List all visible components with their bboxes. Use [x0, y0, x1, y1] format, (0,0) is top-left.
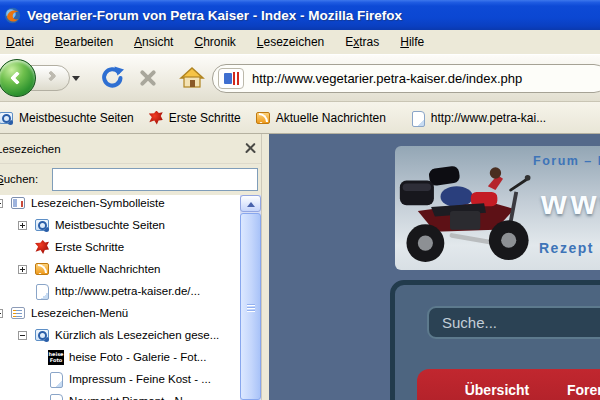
site-favicon	[218, 68, 244, 89]
tree-item-label: heise Foto - Galerie - Fot...	[69, 351, 206, 363]
window-title: Vegetarier-Forum von Petra Kaiser - Inde…	[27, 8, 402, 23]
bookmark-erste-schritte[interactable]: Erste Schritte	[141, 108, 248, 128]
nav-overview-link[interactable]: Übersicht	[442, 382, 552, 398]
tree-item-label: http://www.petra-kaiser.de/...	[55, 285, 200, 297]
banner-line2: www	[541, 184, 600, 222]
home-button[interactable]	[179, 65, 205, 91]
banner-line1: Forum – F	[533, 154, 600, 168]
forum-search-field[interactable]: Suche...	[427, 306, 600, 339]
bookmark-http-www-petra-kai[interactable]: http://www.petra-kai...	[403, 108, 553, 128]
sidebar-search-row: Suchen:	[0, 164, 269, 195]
page-icon	[48, 393, 64, 400]
scroll-up-button[interactable]	[240, 195, 261, 212]
forum-nav-bar: Übersicht Foren	[417, 369, 600, 400]
tree-item-label: Aktuelle Nachrichten	[55, 263, 160, 275]
sidebar-splitter[interactable]	[261, 134, 269, 400]
bookmark-label: http://www.petra-kai...	[431, 111, 546, 125]
motorcycle-image	[397, 152, 539, 266]
expander-minus-icon[interactable]	[18, 331, 27, 340]
sidebar-close-icon[interactable]	[244, 142, 257, 155]
tree-item-aktuelle-nachrichten[interactable]: Aktuelle Nachrichten	[0, 259, 240, 279]
firefox-logo-icon	[4, 7, 21, 24]
page-icon	[48, 371, 64, 387]
bookmarks-toolbar: Meistbesuchte SeitenErste SchritteAktuel…	[0, 102, 600, 134]
toolbar-folder-icon	[10, 195, 26, 211]
expander-minus-icon[interactable]	[0, 199, 3, 208]
scrollbar-thumb[interactable]	[240, 213, 261, 400]
tree-item-meistbesuchte-seiten[interactable]: Meistbesuchte Seiten	[0, 215, 240, 235]
sidebar-search-label: Suchen:	[0, 173, 38, 185]
menu-item-hilfe[interactable]: Hilfe	[391, 32, 433, 52]
browser-window: Vegetarier-Forum von Petra Kaiser - Inde…	[0, 0, 600, 400]
menu-item-extras[interactable]: Extras	[336, 32, 388, 52]
tree-item-label: Neumarkt Piemont - N...	[69, 395, 192, 400]
bookmarks-tree: Lesezeichen-SymbolleisteMeistbesuchte Se…	[0, 195, 240, 400]
menu-item-lesezeichen[interactable]: Lesezeichen	[248, 32, 333, 52]
tree-item-neumarkt-piemont-n[interactable]: Neumarkt Piemont - N...	[0, 391, 240, 400]
page-content: Forum – F www Rezept Suche... Übersicht …	[269, 134, 600, 400]
expander-minus-icon[interactable]	[0, 309, 3, 318]
forum-banner: Forum – F www Rezept	[395, 146, 600, 270]
firefox-red-icon	[148, 110, 164, 126]
menu-item-chronik[interactable]: Chronik	[185, 32, 244, 52]
menu-item-bearbeiten[interactable]: Bearbeiten	[46, 32, 122, 52]
sidebar-scrollbar[interactable]	[240, 195, 261, 400]
tree-item-label: Impressum - Feine Kost - ...	[69, 373, 211, 385]
bookmark-meistbesuchte-seiten[interactable]: Meistbesuchte Seiten	[0, 108, 141, 128]
rss-icon	[255, 110, 271, 126]
folder-search-icon	[34, 217, 50, 233]
forum-panel: Suche... Übersicht Foren	[390, 280, 600, 400]
tree-item-lesezeichen-men[interactable]: Lesezeichen-Menü	[0, 303, 240, 323]
tree-item-impressum-feine-kost[interactable]: Impressum - Feine Kost - ...	[0, 369, 240, 389]
menu-item-datei[interactable]: Datei	[0, 32, 43, 52]
menu-item-ansicht[interactable]: Ansicht	[125, 32, 182, 52]
folder-search-icon	[0, 110, 14, 126]
bookmark-label: Erste Schritte	[169, 111, 241, 125]
expander-plus-icon[interactable]	[18, 221, 27, 230]
banner-line3: Rezept	[539, 240, 594, 256]
folder-search-icon	[34, 327, 50, 343]
tree-item-label: Meistbesuchte Seiten	[55, 219, 165, 231]
firefox-red-icon	[34, 239, 50, 255]
sidebar-header: Lesezeichen	[0, 134, 269, 164]
tree-item-heise-foto-galerie-fot[interactable]: heiseFotoheise Foto - Galerie - Fot...	[0, 347, 240, 367]
tree-item-label: Erste Schritte	[55, 241, 124, 253]
menu-bar: DateiBearbeitenAnsichtChronikLesezeichen…	[0, 30, 600, 54]
bookmark-aktuelle-nachrichten[interactable]: Aktuelle Nachrichten	[248, 108, 393, 128]
tree-item-erste-schritte[interactable]: Erste Schritte	[0, 237, 240, 257]
page-icon	[410, 110, 426, 126]
bookmark-label: Aktuelle Nachrichten	[276, 111, 386, 125]
reload-button[interactable]	[99, 65, 125, 91]
url-text[interactable]: http://www.vegetarier.petra-kaiser.de/in…	[252, 71, 522, 86]
bookmarks-sidebar: Lesezeichen Suchen: Lesezeichen-Symbolle…	[0, 134, 269, 400]
tree-item-k-rzlich-als-lesezeichen-ges[interactable]: Kürzlich als Lesezeichen gese...	[0, 325, 240, 345]
tree-item-lesezeichen-symbolleiste[interactable]: Lesezeichen-Symbolleiste	[0, 195, 240, 213]
page-icon	[34, 283, 50, 299]
bookmark-label: Meistbesuchte Seiten	[19, 111, 134, 125]
rss-icon	[34, 261, 50, 277]
sidebar-title: Lesezeichen	[0, 143, 61, 155]
menu-list-icon	[10, 305, 26, 321]
expander-plus-icon[interactable]	[18, 265, 27, 274]
nav-forums-link[interactable]: Foren	[567, 382, 600, 398]
tree-item-label: Lesezeichen-Symbolleiste	[31, 197, 165, 209]
tree-item-http-www-petra-kaiser-de[interactable]: http://www.petra-kaiser.de/...	[0, 281, 240, 301]
tree-item-label: Lesezeichen-Menü	[31, 307, 128, 319]
history-dropdown-caret[interactable]	[72, 76, 80, 81]
heise-icon: heiseFoto	[48, 350, 64, 365]
sidebar-search-input[interactable]	[52, 168, 258, 191]
tree-item-label: Kürzlich als Lesezeichen gese...	[55, 329, 219, 341]
back-icon	[10, 71, 24, 85]
url-bar[interactable]: http://www.vegetarier.petra-kaiser.de/in…	[212, 64, 600, 93]
title-bar[interactable]: Vegetarier-Forum von Petra Kaiser - Inde…	[0, 0, 600, 30]
stop-button[interactable]	[135, 65, 161, 91]
